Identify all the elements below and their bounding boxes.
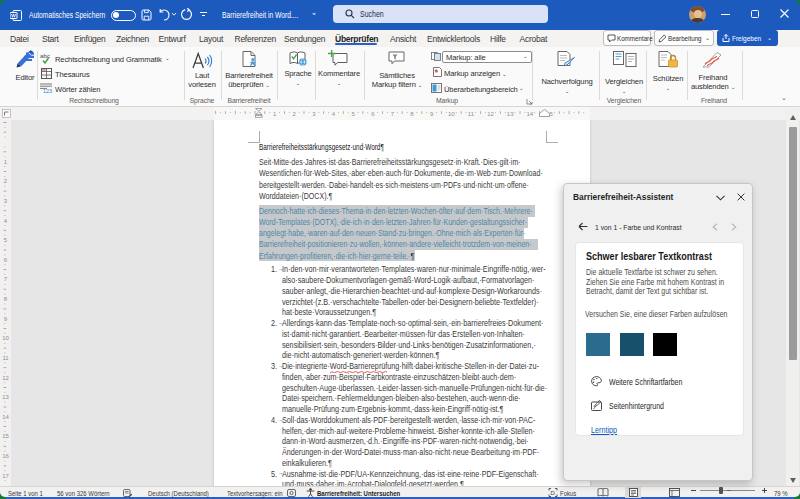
svg-text:8: 8: [410, 111, 414, 117]
svg-text:1: 1: [273, 111, 277, 117]
svg-text:11: 11: [2, 355, 9, 361]
svg-text:11: 11: [468, 111, 475, 117]
svg-text:8: 8: [4, 296, 8, 302]
svg-text:2: 2: [4, 178, 8, 184]
svg-text:1: 1: [4, 159, 8, 165]
svg-text:10: 10: [448, 111, 455, 117]
svg-text:9: 9: [4, 316, 8, 322]
svg-text:4: 4: [332, 111, 336, 117]
svg-text:2: 2: [293, 111, 297, 117]
svg-text:abc: abc: [40, 52, 50, 59]
svg-text:12: 12: [2, 375, 9, 381]
svg-text:D: D: [551, 490, 556, 496]
svg-text:14: 14: [526, 111, 533, 117]
svg-text:17: 17: [2, 473, 9, 479]
svg-text:3: 3: [4, 198, 8, 204]
svg-text:13: 13: [2, 394, 9, 400]
svg-text:7: 7: [391, 111, 395, 117]
svg-text:4: 4: [4, 218, 8, 224]
svg-text:14: 14: [2, 414, 9, 420]
svg-text:123: 123: [43, 88, 52, 93]
svg-text:5: 5: [351, 111, 355, 117]
svg-text:7: 7: [4, 276, 8, 282]
svg-text:15: 15: [2, 433, 9, 439]
svg-text:10: 10: [2, 335, 9, 341]
svg-text:16: 16: [2, 453, 9, 459]
svg-text:6: 6: [371, 111, 375, 117]
svg-text:3: 3: [312, 111, 316, 117]
svg-text:9: 9: [430, 111, 434, 117]
svg-text:13: 13: [507, 111, 514, 117]
svg-text:5: 5: [4, 237, 8, 243]
svg-text:12: 12: [487, 111, 494, 117]
svg-text:6: 6: [4, 257, 8, 263]
